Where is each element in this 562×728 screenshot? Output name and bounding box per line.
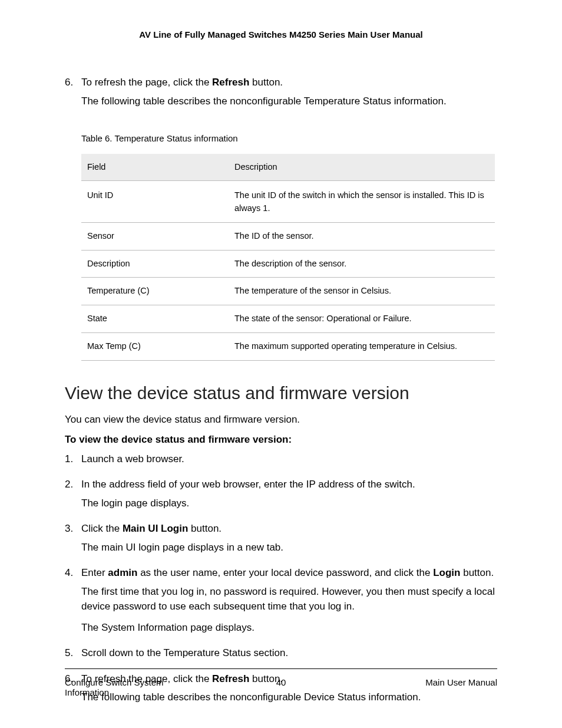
- bold-refresh: Refresh: [212, 77, 249, 88]
- table-row: Temperature (C)The temperature of the se…: [81, 278, 495, 305]
- text: button.: [249, 77, 283, 88]
- cell-desc: The ID of the sensor.: [229, 222, 495, 250]
- table-row: SensorThe ID of the sensor.: [81, 222, 495, 250]
- section-lead: To view the device status and firmware v…: [65, 434, 497, 446]
- table-row: StateThe state of the sensor: Operationa…: [81, 305, 495, 333]
- text: Launch a web browser.: [81, 452, 497, 467]
- table-header-row: Field Description: [81, 154, 495, 181]
- step-body: Click the Main UI Login button.The main …: [81, 521, 497, 558]
- bold-text: Main UI Login: [123, 523, 188, 534]
- list-item: 1.Launch a web browser.: [65, 452, 497, 470]
- step-6-top: 6. To refresh the page, click the Refres…: [65, 75, 497, 110]
- step-body: Launch a web browser.: [81, 452, 497, 470]
- list-item: 2.In the address field of your web brows…: [65, 477, 497, 514]
- cell-field: Sensor: [81, 222, 229, 250]
- page: AV Line of Fully Managed Switches M4250 …: [0, 0, 562, 728]
- text: Click the Main UI Login button.: [81, 521, 497, 536]
- page-footer: Configure Switch System Information 40 M…: [65, 668, 497, 697]
- step-number: 1.: [65, 452, 81, 470]
- list-item: 4.Enter admin as the user name, enter yo…: [65, 565, 497, 638]
- footer-page-number: 40: [276, 677, 286, 687]
- step-body: Scroll down to the Temperature Status se…: [81, 645, 497, 664]
- text: The System Information page displays.: [81, 620, 497, 635]
- table-row: Unit IDThe unit ID of the switch in whic…: [81, 181, 495, 223]
- cell-desc: The unit ID of the switch in which the s…: [229, 181, 495, 223]
- step-number: 4.: [65, 565, 81, 638]
- col-header-description: Description: [229, 154, 495, 181]
- text: To refresh the page, click the: [81, 77, 212, 88]
- cell-field: Unit ID: [81, 181, 229, 223]
- cell-field: Description: [81, 250, 229, 278]
- text: The login page displays.: [81, 496, 497, 511]
- cell-field: Temperature (C): [81, 278, 229, 305]
- table-caption: Table 6. Temperature Status information: [81, 133, 497, 143]
- col-header-field: Field: [81, 154, 229, 181]
- table-row: DescriptionThe description of the sensor…: [81, 250, 495, 278]
- step-body: In the address field of your web browser…: [81, 477, 497, 514]
- step-body: Enter admin as the user name, enter your…: [81, 565, 497, 638]
- step-body: To refresh the page, click the Refresh b…: [81, 75, 497, 110]
- footer-left: Configure Switch System Information: [65, 677, 206, 697]
- list-item: 5.Scroll down to the Temperature Status …: [65, 645, 497, 664]
- step-number: 5.: [65, 645, 81, 664]
- text: The main UI login page displays in a new…: [81, 540, 497, 555]
- text: In the address field of your web browser…: [81, 477, 497, 492]
- bold-text: Login: [433, 567, 460, 578]
- step-number: 3.: [65, 521, 81, 558]
- text: The following table describes the noncon…: [81, 94, 497, 109]
- page-header: AV Line of Fully Managed Switches M4250 …: [65, 29, 497, 39]
- cell-desc: The state of the sensor: Operational or …: [229, 305, 495, 333]
- step-number: 2.: [65, 477, 81, 514]
- cell-field: State: [81, 305, 229, 333]
- cell-desc: The description of the sensor.: [229, 250, 495, 278]
- top-step-list: 6. To refresh the page, click the Refres…: [65, 75, 497, 110]
- table-row: Max Temp (C)The maximum supported operat…: [81, 332, 495, 360]
- step-number: 6.: [65, 75, 81, 110]
- cell-desc: The temperature of the sensor in Celsius…: [229, 278, 495, 305]
- section-intro: You can view the device status and firmw…: [65, 414, 497, 426]
- cell-field: Max Temp (C): [81, 332, 229, 360]
- text: Scroll down to the Temperature Status se…: [81, 645, 497, 661]
- section-heading: View the device status and firmware vers…: [65, 383, 497, 403]
- cell-desc: The maximum supported operating temperat…: [229, 332, 495, 360]
- text: The first time that you log in, no passw…: [81, 584, 497, 614]
- text: Enter admin as the user name, enter your…: [81, 565, 497, 581]
- footer-right: Main User Manual: [425, 677, 497, 697]
- temperature-status-table: Field Description Unit IDThe unit ID of …: [81, 154, 495, 361]
- bold-text: admin: [108, 567, 137, 578]
- list-item: 3.Click the Main UI Login button.The mai…: [65, 521, 497, 558]
